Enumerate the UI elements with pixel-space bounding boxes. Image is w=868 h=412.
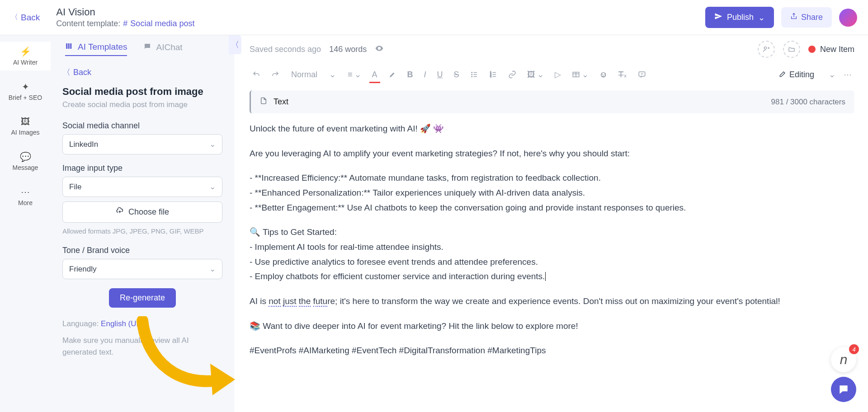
send-icon <box>714 12 722 23</box>
sidebar-item-label: More <box>18 199 33 206</box>
back-button[interactable]: 〈 Back <box>11 13 40 23</box>
hash-icon: # <box>123 19 127 28</box>
sidebar-item-more[interactable]: ⋯ More <box>0 182 51 211</box>
share-icon <box>790 13 797 22</box>
bold-button[interactable]: B <box>405 68 416 81</box>
svg-point-4 <box>472 72 472 73</box>
template-row: Content template: # Social media post <box>56 19 705 28</box>
content-line: 🔍 Tips to Get Started: <box>250 225 841 240</box>
field-label-tone: Tone / Brand voice <box>62 246 222 255</box>
svg-rect-0 <box>66 43 67 49</box>
undo-button[interactable] <box>250 69 263 80</box>
numbered-list-button[interactable]: 123 <box>486 69 500 80</box>
app-header: 〈 Back AI Vision Content template: # Soc… <box>0 0 868 35</box>
sidebar-item-message[interactable]: 💬 Message <box>0 147 51 176</box>
panel-tabs: AI Templates AIChat <box>51 35 234 62</box>
paragraph-style-select[interactable]: Normal ⌄ <box>288 68 340 81</box>
content-line: - Employ chatbots for efficient customer… <box>250 269 841 284</box>
editing-mode-label: Editing <box>789 70 814 80</box>
language-prefix: Language: <box>62 319 99 328</box>
content-line: - **Increased Efficiency:** Automate mun… <box>250 171 841 186</box>
template-link[interactable]: Social media post <box>130 19 194 28</box>
italic-button[interactable]: I <box>421 68 429 81</box>
underline-button[interactable]: U <box>434 68 446 81</box>
paragraph-style-value: Normal <box>291 70 317 80</box>
sidebar-item-ai-images[interactable]: 🖼 AI Images <box>0 112 51 140</box>
sidebar-item-brief-seo[interactable]: ✦ Brief + SEO <box>0 77 51 106</box>
channel-select[interactable]: LinkedIn ⌄ <box>62 134 222 154</box>
tab-ai-chat[interactable]: AIChat <box>143 42 182 56</box>
add-user-button[interactable] <box>758 41 775 58</box>
svg-point-5 <box>472 74 472 75</box>
tab-label: AIChat <box>156 42 182 52</box>
highlight-button[interactable] <box>386 69 399 80</box>
redo-button[interactable] <box>269 69 282 80</box>
char-count: 981 / 3000 characters <box>771 98 845 107</box>
form-title: Social media post from image <box>62 86 222 98</box>
select-value: File <box>69 183 81 192</box>
choose-file-button[interactable]: Choose file <box>62 201 222 223</box>
svg-point-6 <box>472 76 472 77</box>
publish-label: Publish <box>727 13 754 22</box>
sidebar-item-label: Message <box>13 164 38 171</box>
chevron-down-icon: ⌄ <box>829 70 835 80</box>
support-chat-button[interactable] <box>831 377 856 402</box>
content-line: Unlock the future of event marketing wit… <box>250 122 841 136</box>
add-folder-button[interactable] <box>783 41 800 58</box>
editor-toolbar: Normal ⌄ ≡⌄ A B I U S 123 🖼⌄ ▷ ⌄ ☺ T̶ₓ <box>250 63 868 86</box>
choose-file-label: Choose file <box>128 207 169 217</box>
tab-ai-templates[interactable]: AI Templates <box>65 42 127 56</box>
svg-text:3: 3 <box>490 75 491 78</box>
regenerate-button[interactable]: Re-generate <box>109 288 176 308</box>
publish-button[interactable]: Publish ⌄ <box>705 7 774 28</box>
allowed-formats-text: Allowed formats JPG, JPEG, PNG, GIF, WEB… <box>62 227 222 235</box>
content-line: - **Enhanced Personalization:** Tailor e… <box>250 186 841 201</box>
input-type-select[interactable]: File ⌄ <box>62 177 222 197</box>
bolt-icon: ⚡ <box>20 46 31 57</box>
sidebar-item-ai-writer[interactable]: ⚡ AI Writer <box>0 42 51 70</box>
chevron-down-icon: ⌄ <box>758 13 765 23</box>
language-link[interactable]: English (UK) <box>101 319 144 328</box>
more-icon: ⋯ <box>21 187 30 197</box>
collapse-panel-button[interactable]: 〈 <box>229 35 241 54</box>
language-row: Language: English (UK) <box>62 319 222 328</box>
text-block-header[interactable]: Text 981 / 3000 characters <box>250 90 854 113</box>
chevron-down-icon: ⌄ <box>209 182 216 192</box>
new-item-label: New Item <box>820 45 854 54</box>
align-button[interactable]: ≡⌄ <box>345 68 364 81</box>
page-title: AI Vision <box>56 6 705 18</box>
templates-panel: 〈 AI Templates AIChat 〈 Back Social medi… <box>51 35 234 412</box>
avatar[interactable] <box>839 9 857 27</box>
chevron-down-icon: ⌄ <box>329 70 336 80</box>
editor-content[interactable]: Unlock the future of event marketing wit… <box>250 122 868 368</box>
eye-icon[interactable] <box>375 44 384 55</box>
tone-select[interactable]: Friendly ⌄ <box>62 259 222 279</box>
image-button[interactable]: 🖼⌄ <box>524 68 547 81</box>
review-warning-text: Make sure you manually review all AI gen… <box>62 335 222 358</box>
clear-format-button[interactable]: T̶ₓ <box>616 68 630 81</box>
notifications-button[interactable]: n 4 <box>831 347 856 372</box>
strikethrough-button[interactable]: S <box>451 68 462 81</box>
new-item-status[interactable]: New Item <box>808 45 854 54</box>
video-button[interactable]: ▷ <box>552 68 564 81</box>
bullet-list-button[interactable] <box>467 69 481 80</box>
share-button[interactable]: Share <box>781 7 832 28</box>
link-button[interactable] <box>505 69 519 80</box>
image-icon: 🖼 <box>21 117 30 127</box>
emoji-button[interactable]: ☺ <box>597 68 610 81</box>
text-color-button[interactable]: A <box>369 68 380 81</box>
content-line: AI is not just the future; it's here to … <box>250 294 841 309</box>
more-toolbar-button[interactable]: ⋯ <box>841 68 854 81</box>
word-count: 146 words <box>329 45 367 54</box>
block-label: Text <box>274 97 288 107</box>
template-prefix: Content template: <box>56 19 120 28</box>
content-line: - Implement AI tools for real-time atten… <box>250 240 841 255</box>
editing-mode-select[interactable]: Editing ⌄ <box>778 70 835 80</box>
templates-icon <box>65 42 73 52</box>
sidebar-item-label: AI Images <box>11 129 39 136</box>
document-icon <box>260 97 267 107</box>
table-button[interactable]: ⌄ <box>569 68 591 81</box>
comment-button[interactable] <box>635 69 649 80</box>
panel-back-button[interactable]: 〈 Back <box>62 67 222 78</box>
content-line: Are you leveraging AI to amplify your ev… <box>250 146 841 161</box>
